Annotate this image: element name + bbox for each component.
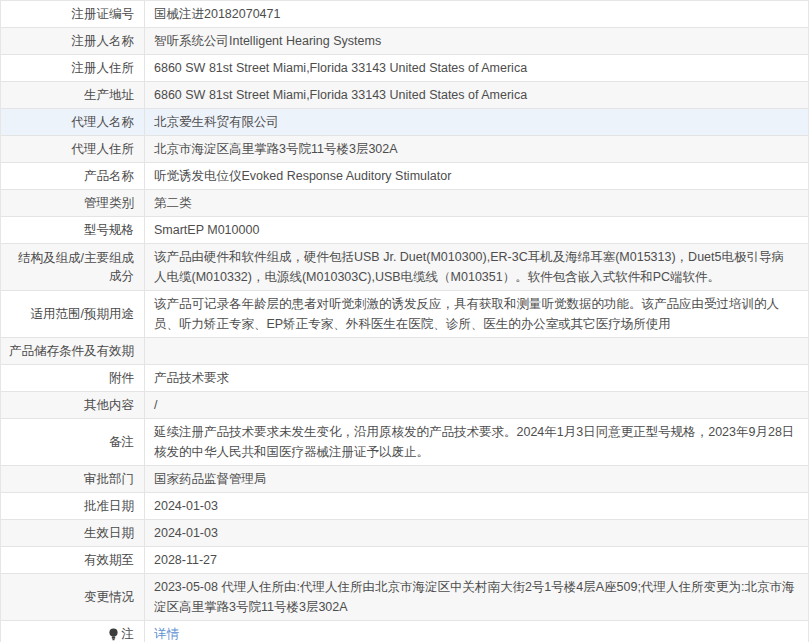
- row-value: 北京市海淀区高里掌路3号院11号楼3层302A: [145, 136, 808, 162]
- row-value: 该产品可记录各年龄层的患者对听觉刺激的诱发反应，具有获取和测量听觉数据的功能。该…: [145, 291, 808, 337]
- table-row: 变更情况 2023-05-08 代理人住所由:代理人住所由北京市海淀区中关村南大…: [1, 574, 808, 621]
- row-value: 智听系统公司Intelligent Hearing Systems: [145, 28, 808, 54]
- table-row: 适用范围/预期用途 该产品可记录各年龄层的患者对听觉刺激的诱发反应，具有获取和测…: [1, 291, 808, 338]
- table-row: 代理人住所 北京市海淀区高里掌路3号院11号楼3层302A: [1, 136, 808, 163]
- row-value-text: 2023-05-08 代理人住所由:代理人住所由北京市海淀区中关村南大街2号1号…: [154, 577, 796, 617]
- row-value-text: 6860 SW 81st Street Miami,Florida 33143 …: [154, 85, 527, 105]
- table-row: 生产地址 6860 SW 81st Street Miami,Florida 3…: [1, 82, 808, 109]
- row-label: 批准日期: [1, 493, 145, 519]
- row-value: 产品技术要求: [145, 365, 808, 391]
- row-value-text: 国家药品监督管理局: [154, 469, 267, 489]
- row-label: 注册人名称: [1, 28, 145, 54]
- table-row: 注册证编号 国械注进20182070471: [1, 1, 808, 28]
- table-row: 审批部门 国家药品监督管理局: [1, 466, 808, 493]
- row-label: 其他内容: [1, 392, 145, 418]
- row-value-text: 北京爱生科贸有限公司: [154, 112, 279, 132]
- row-label: 备注: [1, 419, 145, 465]
- row-label: 产品储存条件及有效期: [1, 338, 145, 364]
- table-row-note: 注 详情: [1, 621, 808, 642]
- row-label: 型号规格: [1, 217, 145, 243]
- row-value: 国家药品监督管理局: [145, 466, 808, 492]
- row-value-text: 延续注册产品技术要求未发生变化，沿用原核发的产品技术要求。2024年1月3日同意…: [154, 422, 796, 462]
- row-value: /: [145, 392, 808, 418]
- table-row: 附件 产品技术要求: [1, 365, 808, 392]
- row-value-text: 2024-01-03: [154, 523, 218, 543]
- table-row: 有效期至 2028-11-27: [1, 547, 808, 574]
- row-label: 结构及组成/主要组成成分: [1, 244, 145, 290]
- row-value: 该产品由硬件和软件组成，硬件包括USB Jr. Duet(M010300),ER…: [145, 244, 808, 290]
- registration-info-table: 注册证编号 国械注进20182070471 注册人名称 智听系统公司Intell…: [0, 0, 809, 642]
- table-row: 代理人名称 北京爱生科贸有限公司: [1, 109, 808, 136]
- row-value-text: 6860 SW 81st Street Miami,Florida 33143 …: [154, 58, 527, 78]
- row-value: 详情: [145, 621, 808, 642]
- row-label: 注册人住所: [1, 55, 145, 81]
- table-row: 注册人住所 6860 SW 81st Street Miami,Florida …: [1, 55, 808, 82]
- table-row: 批准日期 2024-01-03: [1, 493, 808, 520]
- row-label: 产品名称: [1, 163, 145, 189]
- row-label: 代理人住所: [1, 136, 145, 162]
- row-value: 延续注册产品技术要求未发生变化，沿用原核发的产品技术要求。2024年1月3日同意…: [145, 419, 808, 465]
- row-value: 6860 SW 81st Street Miami,Florida 33143 …: [145, 82, 808, 108]
- row-value-text: 智听系统公司Intelligent Hearing Systems: [154, 31, 381, 51]
- bulb-icon: [108, 628, 119, 641]
- table-row: 备注 延续注册产品技术要求未发生变化，沿用原核发的产品技术要求。2024年1月3…: [1, 419, 808, 466]
- row-value-text: 2028-11-27: [154, 550, 217, 570]
- row-value: 2023-05-08 代理人住所由:代理人住所由北京市海淀区中关村南大街2号1号…: [145, 574, 808, 620]
- table-row: 型号规格 SmartEP M010000: [1, 217, 808, 244]
- table-row: 生效日期 2024-01-03: [1, 520, 808, 547]
- row-label: 适用范围/预期用途: [1, 291, 145, 337]
- row-value: 听觉诱发电位仪Evoked Response Auditory Stimulat…: [145, 163, 808, 189]
- row-label: 生产地址: [1, 82, 145, 108]
- details-link[interactable]: 详情: [154, 624, 179, 642]
- row-value-text: 听觉诱发电位仪Evoked Response Auditory Stimulat…: [154, 166, 451, 186]
- row-value-text: 北京市海淀区高里掌路3号院11号楼3层302A: [154, 139, 398, 159]
- row-value-text: 该产品由硬件和软件组成，硬件包括USB Jr. Duet(M010300),ER…: [154, 247, 796, 287]
- row-label: 有效期至: [1, 547, 145, 573]
- row-value: 2024-01-03: [145, 520, 808, 546]
- table-row: 产品名称 听觉诱发电位仪Evoked Response Auditory Sti…: [1, 163, 808, 190]
- row-value-text: SmartEP M010000: [154, 220, 259, 240]
- row-label: 变更情况: [1, 574, 145, 620]
- row-value-text: 产品技术要求: [154, 368, 229, 388]
- table-row: 注册人名称 智听系统公司Intelligent Hearing Systems: [1, 28, 808, 55]
- row-value: 第二类: [145, 190, 808, 216]
- table-row: 其他内容 /: [1, 392, 808, 419]
- table-row: 结构及组成/主要组成成分 该产品由硬件和软件组成，硬件包括USB Jr. Due…: [1, 244, 808, 291]
- row-label: 注册证编号: [1, 1, 145, 27]
- row-value: [145, 338, 808, 364]
- row-value-text: 国械注进20182070471: [154, 4, 280, 24]
- row-value: 国械注进20182070471: [145, 1, 808, 27]
- row-label: 附件: [1, 365, 145, 391]
- table-row: 产品储存条件及有效期: [1, 338, 808, 365]
- row-label: 生效日期: [1, 520, 145, 546]
- row-label: 注: [1, 621, 145, 642]
- row-label: 审批部门: [1, 466, 145, 492]
- row-value-text: 该产品可记录各年龄层的患者对听觉刺激的诱发反应，具有获取和测量听觉数据的功能。该…: [154, 294, 796, 334]
- table-row: 管理类别 第二类: [1, 190, 808, 217]
- row-label: 管理类别: [1, 190, 145, 216]
- row-label: 代理人名称: [1, 109, 145, 135]
- row-value: SmartEP M010000: [145, 217, 808, 243]
- row-value: 2024-01-03: [145, 493, 808, 519]
- row-value: 2028-11-27: [145, 547, 808, 573]
- row-label-text: 注: [122, 625, 135, 642]
- row-value-text: 2024-01-03: [154, 496, 218, 516]
- row-value-text: /: [154, 395, 157, 415]
- row-value: 北京爱生科贸有限公司: [145, 109, 808, 135]
- row-value: 6860 SW 81st Street Miami,Florida 33143 …: [145, 55, 808, 81]
- row-value-text: 第二类: [154, 193, 192, 213]
